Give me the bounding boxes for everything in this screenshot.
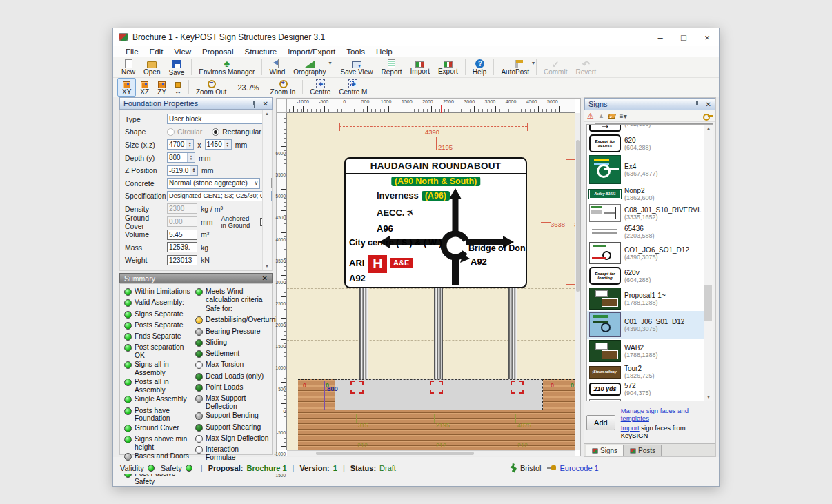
toolbar-button[interactable]: Export xyxy=(434,57,462,77)
view-button[interactable]: XY xyxy=(117,78,136,97)
toolbar-button[interactable]: Orography xyxy=(289,57,330,77)
zoom-out-button[interactable]: Zoom Out xyxy=(192,78,230,97)
sign-face-item[interactable]: Steam railway Tour2 (1826,725) xyxy=(587,363,704,381)
import-sign-faces-link[interactable]: Import xyxy=(621,424,640,432)
view-button[interactable]: XZ xyxy=(136,78,153,97)
close-icon[interactable]: ✕ xyxy=(261,100,270,108)
triangle-icon[interactable]: ▲ xyxy=(598,112,604,119)
zposition-stepper[interactable]: -619.0▲▼ xyxy=(167,165,198,176)
proposal-label: Proposal: xyxy=(208,464,244,472)
menu-item[interactable]: Import/Export xyxy=(282,48,341,56)
menu-item[interactable]: File xyxy=(120,48,144,56)
dimension-tick xyxy=(527,123,528,131)
toolbar-button[interactable]: Help xyxy=(468,57,491,77)
sign-post[interactable] xyxy=(359,288,368,380)
sign-face-item[interactable]: Proposal1-1~ (1788,1288) xyxy=(587,286,704,311)
toolbar-button[interactable]: New xyxy=(117,57,139,77)
canvas-vertical-scrollbar[interactable] xyxy=(575,113,580,450)
sign-list-scrollbar[interactable] xyxy=(704,125,713,401)
sign-face-item[interactable]: C08_J01_S10_RIVERVI... (3335,1652) xyxy=(587,203,704,223)
tab-signs[interactable]: Signs xyxy=(586,445,624,456)
post-marker xyxy=(430,381,443,394)
tab-icon xyxy=(630,448,636,454)
toolbar-button[interactable]: Save View xyxy=(336,57,377,77)
menu-item[interactable]: Tools xyxy=(341,48,370,56)
specification-input[interactable]: Designated GEN1; S3; C25/30; Cl 0.10; xyxy=(167,191,272,201)
drawing-area[interactable]: 4390 2195 3638 30 xyxy=(287,113,575,450)
view-button[interactable]: ZY xyxy=(153,78,170,97)
sign-face-item[interactable]: CO1_JO6_SO1_D12 (4390,3075) xyxy=(587,241,704,265)
scrollbar-thumb[interactable] xyxy=(704,285,712,321)
depth-label: Depth (y) xyxy=(125,154,167,162)
foundation-scrollbar[interactable] xyxy=(262,110,271,270)
sign-face-item[interactable]: C01_J06_S01_D12 (4390,3075) xyxy=(587,311,704,339)
minimize-button[interactable]: – xyxy=(648,28,672,46)
sign-face-item[interactable]: → (792,638) xyxy=(587,124,704,133)
sign-post[interactable] xyxy=(434,288,443,380)
toolbar-button[interactable]: Wind xyxy=(265,57,289,77)
summary-item: Signs all in Assembly xyxy=(122,359,193,376)
sign-face-item[interactable]: Ex4 (6367,4877) xyxy=(587,154,704,185)
toolbar-button[interactable]: Import xyxy=(406,57,434,77)
sign-face-item[interactable]: Astley B1931 Nonp2 (1862,600) xyxy=(587,185,704,203)
toolbar-button[interactable]: Report xyxy=(377,57,406,77)
sign-post[interactable] xyxy=(508,288,517,380)
menu-item[interactable]: Proposal xyxy=(197,48,239,56)
toolbar-button[interactable]: AutoPost xyxy=(497,57,533,77)
toolbar-button[interactable]: Environs Manager xyxy=(195,57,259,77)
view-button[interactable]: Centre M xyxy=(335,78,371,97)
toolbar-button[interactable]: Commit xyxy=(539,57,571,77)
size-z-stepper[interactable]: 1450▲▼ xyxy=(205,139,232,150)
ruler-label: 1000 xyxy=(378,99,395,104)
drawing-canvas[interactable]: -1000 -500 0 500 1000 1500 2000 2500 300… xyxy=(276,98,581,456)
type-input[interactable]: User block xyxy=(167,114,270,124)
maximize-button[interactable]: □ xyxy=(672,28,695,46)
concrete-label: Concrete xyxy=(125,179,167,188)
add-sign-button[interactable]: Add xyxy=(586,415,615,430)
manage-sign-faces-link[interactable]: Manage sign faces and templates xyxy=(621,407,713,422)
sign-dimensions: (3335,1652) xyxy=(624,214,702,221)
ruler-label: 4000 xyxy=(503,99,519,104)
menu-item[interactable]: Help xyxy=(370,48,398,56)
sign-face-item[interactable]: 210 yds 572 (904,375) xyxy=(587,381,704,398)
sign-face-item[interactable]: WAB2 (1788,1288) xyxy=(587,339,704,363)
pin-icon[interactable] xyxy=(694,101,700,108)
depth-stepper[interactable]: 800▲▼ xyxy=(167,152,195,163)
size-x-stepper[interactable]: 4700▲▼ xyxy=(167,139,194,150)
canvas-horizontal-scrollbar[interactable] xyxy=(287,450,575,456)
zero-label: 0 xyxy=(326,382,329,389)
close-icon[interactable]: ✕ xyxy=(261,274,269,282)
key-icon[interactable] xyxy=(703,112,713,119)
sign-face-item[interactable]: 65436 (2203,588) xyxy=(587,223,704,241)
signs-panel: Signs ✕ ⚠ ▲ ≡▾ shape ► (All Sign Face De… xyxy=(584,97,716,457)
zposition-unit: mm xyxy=(201,166,214,174)
list-view-icon[interactable]: ≡▾ xyxy=(620,112,627,120)
zoom-in-button[interactable]: Zoom In xyxy=(266,78,300,97)
sign-face-item[interactable]: Except for loading 620v (604,288) xyxy=(587,265,704,286)
weight-value: 123013 xyxy=(167,255,197,265)
tab-posts[interactable]: Posts xyxy=(624,445,662,456)
menu-item[interactable]: Structure xyxy=(239,48,282,56)
status-led xyxy=(124,311,132,319)
toolbar-button[interactable]: Save xyxy=(164,57,188,77)
signs-panel-footer: Add Manage sign faces and templates Impo… xyxy=(586,404,713,441)
concrete-select[interactable]: Normal (stone aggregate)∨ xyxy=(167,178,260,189)
pin-icon[interactable] xyxy=(251,100,257,108)
toolbar-button[interactable]: Open xyxy=(139,57,164,77)
sign-face[interactable]: HAUDAGAIN ROUNDABOUT xyxy=(344,157,527,288)
sign-face-item[interactable]: Except for access 620 (604,288) xyxy=(587,133,704,154)
warning-icon[interactable]: ⚠ xyxy=(587,112,594,120)
eurocode-link[interactable]: Eurocode 1 xyxy=(559,464,598,472)
rectangular-radio[interactable] xyxy=(212,128,219,136)
toolbar-button[interactable]: Revert xyxy=(571,57,600,77)
close-icon[interactable]: ✕ xyxy=(704,101,713,108)
app-window: Brochure 1 - KeyPOST Sign Structures Des… xyxy=(112,28,720,487)
sign-face-item[interactable]: Proposal1-1~ (2165,2288) xyxy=(587,398,704,401)
circular-radio[interactable] xyxy=(167,128,175,136)
view-button[interactable]: Centre xyxy=(306,78,335,97)
tag-icon[interactable] xyxy=(608,114,616,119)
menu-item[interactable]: Edit xyxy=(144,48,169,56)
close-button[interactable]: × xyxy=(695,28,719,46)
menu-item[interactable]: View xyxy=(168,48,197,56)
view-button[interactable]: ↔ xyxy=(170,78,186,97)
